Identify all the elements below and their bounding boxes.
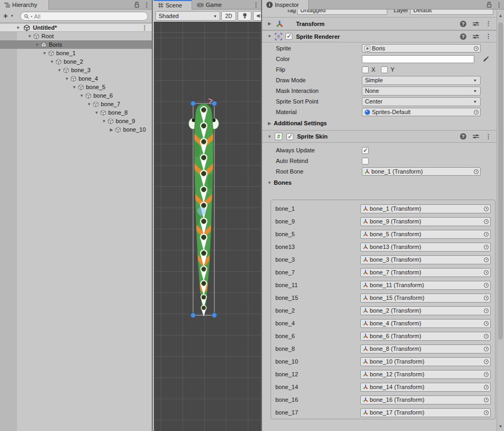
foldout-icon[interactable]: ▼: [56, 68, 63, 73]
component-menu-icon[interactable]: ⋮: [485, 134, 491, 140]
scroll-up-icon[interactable]: ▲: [497, 13, 504, 18]
scene-foldout-icon[interactable]: ▼: [15, 25, 21, 30]
tree-row[interactable]: ▼ bone_8: [0, 108, 152, 117]
inspector-menu-icon[interactable]: ⋮: [496, 2, 502, 8]
scroll-down-icon[interactable]: ▼: [497, 424, 504, 429]
tree-row[interactable]: ▼ bone_5: [0, 83, 152, 91]
lock-icon[interactable]: [134, 2, 140, 8]
audio-toggle-button[interactable]: [253, 11, 261, 21]
additional-settings-row[interactable]: ▶ Additional Settings: [262, 118, 492, 128]
bones-foldout-row[interactable]: ▼ Bones: [262, 177, 492, 188]
bone-object-field[interactable]: bone_3 (Transform): [360, 255, 491, 264]
help-icon[interactable]: ?: [460, 133, 466, 140]
scrollbar-thumb[interactable]: [498, 22, 503, 340]
flip-y-checkbox[interactable]: [381, 66, 388, 73]
tree-row[interactable]: ▼ bone_6: [0, 91, 152, 100]
scene-viewport[interactable]: [154, 22, 261, 431]
hierarchy-search-input[interactable]: ▾ All: [20, 12, 148, 21]
object-picker-icon[interactable]: [484, 232, 489, 237]
create-object-button[interactable]: +: [3, 12, 8, 20]
bone-object-field[interactable]: bone_11 (Transform): [360, 281, 491, 290]
bones-foldout-icon[interactable]: ▼: [266, 180, 273, 185]
object-picker-icon[interactable]: [484, 219, 489, 224]
always-update-checkbox[interactable]: [362, 147, 369, 154]
object-picker-icon[interactable]: [484, 245, 489, 249]
tree-row[interactable]: ▼ bone_4: [0, 74, 152, 83]
object-picker-icon[interactable]: [484, 308, 489, 313]
sprite-renderer-foldout-icon[interactable]: ▼: [266, 34, 273, 39]
object-picker-icon[interactable]: [474, 110, 479, 115]
bone-object-field[interactable]: bone13 (Transform): [360, 243, 491, 252]
tree-row[interactable]: ▼ bone_7: [0, 100, 152, 108]
bone-object-field[interactable]: bone_5 (Transform): [360, 230, 491, 239]
search-filter-caret-icon[interactable]: ▾: [31, 14, 32, 18]
tab-hierarchy[interactable]: Hierarchy: [0, 0, 49, 10]
object-picker-icon[interactable]: [484, 283, 489, 288]
foldout-icon[interactable]: ▼: [101, 119, 107, 124]
foldout-icon[interactable]: ▼: [27, 34, 33, 39]
foldout-icon[interactable]: ▼: [64, 76, 70, 81]
boris-sprite[interactable]: [183, 97, 231, 346]
object-picker-icon[interactable]: [484, 398, 489, 402]
tree-row[interactable]: ▼ Root: [0, 32, 152, 40]
sprite-object-field[interactable]: Boris: [362, 44, 481, 53]
shading-mode-dropdown[interactable]: Shaded ▼: [155, 11, 220, 21]
tree-row[interactable]: ▼ Boris: [0, 40, 152, 49]
bone-object-field[interactable]: bone_4 (Transform): [360, 319, 491, 328]
draw-mode-dropdown[interactable]: Simple ▼: [362, 76, 481, 85]
material-object-field[interactable]: Sprites-Default: [362, 108, 481, 116]
transform-foldout-icon[interactable]: ▶: [266, 21, 273, 26]
inspector-scrollbar[interactable]: ▲ ▼: [497, 11, 504, 431]
object-picker-icon[interactable]: [474, 169, 479, 174]
foldout-icon[interactable]: ▼: [41, 51, 48, 56]
foldout-icon[interactable]: ▼: [49, 59, 55, 64]
object-picker-icon[interactable]: [484, 206, 489, 211]
foldout-icon[interactable]: ▼: [34, 42, 40, 47]
color-swatch[interactable]: [362, 55, 474, 63]
foldout-icon[interactable]: ▼: [93, 110, 100, 115]
sprite-skin-foldout-icon[interactable]: ▼: [266, 134, 273, 139]
eyedropper-icon[interactable]: [483, 56, 489, 62]
object-picker-icon[interactable]: [484, 359, 489, 364]
tab-inspector[interactable]: i Inspector: [262, 0, 309, 10]
foldout-icon[interactable]: ▼: [79, 93, 85, 98]
mask-interaction-dropdown[interactable]: None ▼: [362, 87, 481, 96]
bone-object-field[interactable]: bone_12 (Transform): [360, 370, 491, 379]
transform-header[interactable]: ▶ Transform ? ⋮: [262, 17, 504, 30]
object-picker-icon[interactable]: [484, 321, 489, 326]
tag-dropdown[interactable]: Untagged: [297, 10, 387, 15]
help-icon[interactable]: ?: [460, 33, 466, 40]
component-menu-icon[interactable]: ⋮: [485, 33, 491, 39]
flip-x-checkbox[interactable]: [362, 66, 369, 73]
object-picker-icon[interactable]: [474, 46, 479, 51]
root-bone-object-field[interactable]: bone_1 (Transform): [362, 167, 481, 176]
lock-icon[interactable]: [486, 2, 492, 8]
bone-object-field[interactable]: bone_16 (Transform): [360, 395, 491, 404]
object-picker-icon[interactable]: [484, 347, 489, 351]
tab-game[interactable]: Game: [193, 0, 227, 10]
bone-object-field[interactable]: bone_1 (Transform): [360, 204, 491, 213]
bone-object-field[interactable]: bone_14 (Transform): [360, 383, 491, 392]
component-menu-icon[interactable]: ⋮: [485, 21, 491, 27]
foldout-icon[interactable]: ▼: [86, 102, 92, 107]
bone-object-field[interactable]: bone_10 (Transform): [360, 357, 491, 366]
bone-object-field[interactable]: bone_17 (Transform): [360, 408, 491, 417]
foldout-icon[interactable]: ▼: [71, 85, 77, 90]
presets-icon[interactable]: [473, 21, 479, 27]
sprite-skin-enabled-checkbox[interactable]: [286, 133, 293, 140]
object-picker-icon[interactable]: [484, 385, 489, 390]
bone-object-field[interactable]: bone_6 (Transform): [360, 332, 491, 341]
tab-scene[interactable]: Scene: [154, 0, 192, 10]
lighting-toggle-button[interactable]: [238, 11, 251, 21]
2d-toggle-button[interactable]: 2D: [221, 11, 236, 21]
additional-settings-foldout-icon[interactable]: ▶: [266, 121, 273, 126]
scene-menu-icon[interactable]: ⋮: [142, 25, 147, 31]
auto-rebind-checkbox[interactable]: [362, 158, 369, 165]
presets-icon[interactable]: [473, 34, 479, 39]
scene-header-row[interactable]: ▼ Untitled* ⋮: [0, 23, 152, 32]
object-picker-icon[interactable]: [484, 410, 489, 415]
bone-object-field[interactable]: bone_15 (Transform): [360, 294, 491, 303]
scene-view-menu-icon[interactable]: ⋮: [253, 2, 259, 8]
tree-row[interactable]: ▼ bone_2: [0, 57, 152, 66]
create-object-caret-icon[interactable]: ▾: [11, 14, 13, 18]
